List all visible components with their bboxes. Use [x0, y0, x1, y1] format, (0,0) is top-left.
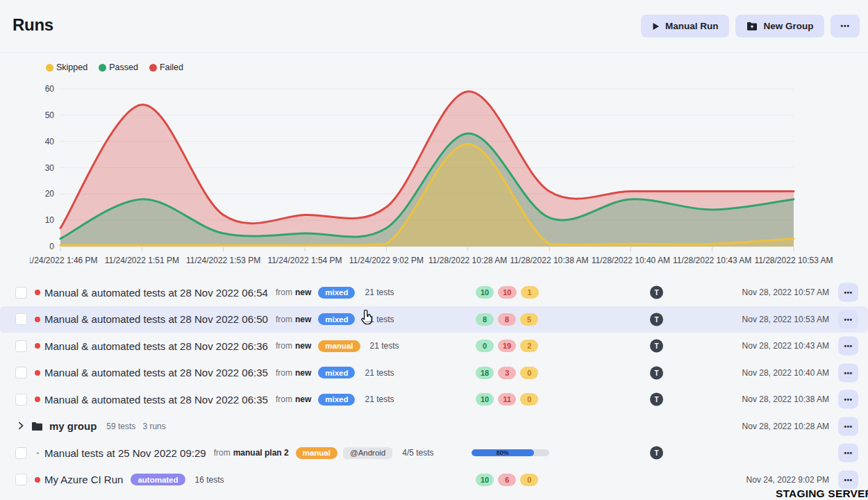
- svg-text:11/24/2022 9:02 PM: 11/24/2022 9:02 PM: [349, 256, 424, 265]
- row-left-cluster: Manual & automated tests at 28 Nov 2022 …: [15, 360, 394, 387]
- page-header: Runs Manual Run New Group •••: [0, 0, 868, 53]
- run-row[interactable]: Manual & automated tests at 28 Nov 2022 …: [0, 386, 868, 413]
- manual-run-button[interactable]: Manual Run: [641, 15, 730, 38]
- run-row[interactable]: Manual & automated tests at 28 Nov 2022 …: [0, 333, 868, 360]
- manual-badge: manual: [296, 447, 337, 459]
- svg-text:11/28/2022 10:53 AM: 11/28/2022 10:53 AM: [754, 256, 833, 265]
- run-title[interactable]: Manual & automated tests at 28 Nov 2022 …: [44, 340, 268, 352]
- failed-status-dot: [35, 397, 40, 402]
- chevron-right-icon[interactable]: [15, 421, 26, 432]
- failed-status-dot: [35, 317, 40, 322]
- svg-text:50: 50: [45, 110, 55, 120]
- failed-status-dot: [35, 477, 40, 483]
- progress-percent-label: 80%: [496, 449, 509, 456]
- group-tests-count: 59 tests: [106, 422, 135, 431]
- run-date: Nov 28, 2022 10:53 AM: [742, 315, 829, 324]
- automated-badge: automated: [131, 474, 185, 485]
- failed-count-badge: 6: [498, 474, 516, 486]
- run-title[interactable]: Manual & automated tests at 28 Nov 2022 …: [44, 394, 268, 406]
- row-checkbox[interactable]: [15, 367, 27, 378]
- from-plan-name: new: [295, 315, 311, 324]
- row-checkbox[interactable]: [15, 287, 27, 299]
- user-avatar: T: [650, 366, 663, 379]
- header-more-button[interactable]: •••: [831, 15, 860, 38]
- svg-text:11/24/2022 1:54 PM: 11/24/2022 1:54 PM: [267, 256, 342, 265]
- row-menu-button[interactable]: •••: [838, 417, 858, 435]
- runs-list: Manual & automated tests at 28 Nov 2022 …: [0, 279, 868, 493]
- passed-count-badge: 10: [476, 393, 494, 406]
- svg-text:20: 20: [45, 189, 55, 199]
- row-menu-button[interactable]: •••: [838, 310, 858, 328]
- tests-count: 21 tests: [370, 341, 399, 351]
- legend-dot-icon: [99, 64, 106, 72]
- folder-plus-icon: [746, 22, 758, 31]
- failed-count-badge: 19: [498, 340, 516, 352]
- new-group-button[interactable]: New Group: [735, 15, 824, 38]
- header-actions: Manual Run New Group •••: [641, 15, 860, 38]
- row-menu-button[interactable]: •••: [838, 390, 858, 409]
- row-checkbox[interactable]: [15, 340, 27, 352]
- from-label: from: [276, 341, 292, 351]
- row-menu-button[interactable]: •••: [838, 470, 858, 489]
- row-menu-button[interactable]: •••: [838, 337, 858, 356]
- run-row[interactable]: Manual & automated tests at 28 Nov 2022 …: [0, 306, 868, 333]
- run-title[interactable]: Manual & automated tests at 28 Nov 2022 …: [44, 367, 268, 378]
- row-menu-button[interactable]: •••: [838, 363, 858, 382]
- run-row[interactable]: Manual & automated tests at 28 Nov 2022 …: [0, 360, 868, 387]
- run-row[interactable]: Manual & automated tests at 28 Nov 2022 …: [0, 279, 868, 306]
- skipped-count-badge: 0: [520, 367, 538, 379]
- row-left-cluster: Manual & automated tests at 28 Nov 2022 …: [15, 279, 394, 306]
- tests-count: 16 tests: [195, 475, 224, 485]
- from-label: from: [276, 368, 292, 378]
- row-menu-button[interactable]: •••: [838, 444, 858, 462]
- row-left-cluster: Manual & automated tests at 28 Nov 2022 …: [15, 386, 394, 413]
- failed-status-dot: [35, 290, 40, 295]
- result-stats: 0192: [476, 340, 538, 352]
- group-title[interactable]: my group: [49, 420, 97, 432]
- run-title[interactable]: Manual & automated tests at 28 Nov 2022 …: [44, 287, 268, 299]
- run-title[interactable]: Manual & automated tests at 28 Nov 2022 …: [44, 313, 268, 325]
- mixed-badge: mixed: [318, 287, 355, 299]
- result-stats: 1060: [476, 474, 538, 486]
- play-icon: [652, 22, 660, 31]
- neutral-status-dot: [37, 452, 39, 454]
- run-date: Nov 28, 2022 10:38 AM: [742, 394, 829, 404]
- passed-count-badge: 10: [476, 286, 494, 299]
- run-row[interactable]: My Azure CI Runautomated16 tests1060Nov …: [0, 467, 868, 494]
- run-title[interactable]: My Azure CI Run: [44, 474, 123, 485]
- svg-text:11/28/2022 10:38 AM: 11/28/2022 10:38 AM: [510, 256, 588, 265]
- tests-count: 21 tests: [365, 315, 394, 324]
- row-checkbox[interactable]: [15, 394, 27, 406]
- runs-area-chart: 605040302010011/24/2022 1:46 PM11/24/202…: [0, 82, 868, 278]
- row-menu-button[interactable]: •••: [838, 283, 858, 302]
- passed-count-badge: 18: [476, 367, 494, 379]
- from-plan-name: new: [295, 368, 311, 378]
- svg-text:11/24/2022 1:51 PM: 11/24/2022 1:51 PM: [105, 256, 179, 265]
- failed-status-dot: [35, 370, 40, 376]
- tag-badge: @Android: [343, 447, 392, 459]
- row-left-cluster: my group59 tests3 runs: [15, 413, 173, 440]
- from-plan-name: new: [295, 288, 311, 297]
- row-checkbox[interactable]: [15, 313, 27, 325]
- svg-text:11/28/2022 10:40 AM: 11/28/2022 10:40 AM: [592, 256, 670, 265]
- failed-count-badge: 10: [498, 286, 516, 299]
- run-title[interactable]: Manual tests at 25 Nov 2022 09:29: [44, 447, 206, 459]
- svg-text:40: 40: [45, 137, 55, 147]
- passed-count-badge: 8: [476, 313, 494, 326]
- from-label: from: [276, 394, 292, 404]
- user-avatar: T: [650, 286, 663, 299]
- run-date: Nov 28, 2022 10:28 AM: [742, 422, 829, 431]
- group-row[interactable]: my group59 tests3 runsNov 28, 2022 10:28…: [0, 413, 868, 440]
- run-row[interactable]: Manual tests at 25 Nov 2022 09:29fromman…: [0, 440, 868, 467]
- skipped-count-badge: 2: [520, 340, 538, 352]
- tests-count: 21 tests: [365, 288, 394, 297]
- tests-count: 21 tests: [365, 394, 394, 404]
- manual-badge: manual: [318, 340, 360, 352]
- legend-label: Skipped: [56, 62, 87, 72]
- from-plan-name: new: [295, 394, 311, 404]
- row-checkbox[interactable]: [15, 474, 27, 485]
- row-checkbox[interactable]: [15, 447, 27, 459]
- from-label: from: [276, 315, 292, 324]
- tests-count: 4/5 tests: [402, 448, 433, 458]
- legend-label: Passed: [109, 62, 138, 72]
